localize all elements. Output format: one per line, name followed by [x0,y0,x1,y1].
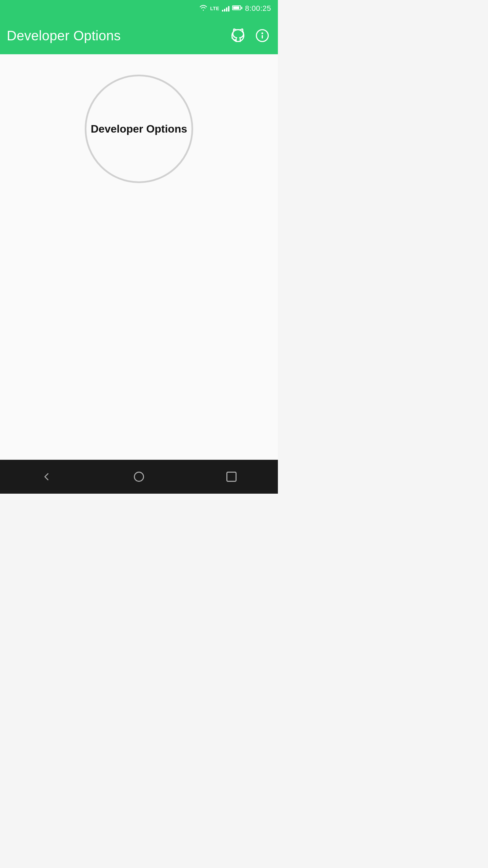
lte-badge: LTE [210,6,219,11]
battery-icon [232,5,242,12]
status-icons: LTE 8:00:25 [199,4,271,13]
app-bar-actions [229,27,271,44]
developer-options-circle: Developer Options [85,75,193,183]
app-bar-title: Developer Options [7,28,121,43]
circle-label: Developer Options [91,122,187,135]
status-bar: LTE 8:00:25 [0,0,278,17]
back-button[interactable] [36,467,57,487]
home-button[interactable] [129,467,149,487]
wifi-icon [199,5,207,12]
status-time: 8:00:25 [245,4,271,13]
github-button[interactable] [229,27,247,44]
svg-point-4 [134,472,143,481]
svg-rect-5 [227,472,236,481]
main-content: Developer Options [0,54,278,460]
app-bar: Developer Options [0,17,278,54]
recents-button[interactable] [221,467,242,487]
signal-icon [222,5,229,12]
info-button[interactable] [253,27,271,44]
bottom-navigation [0,460,278,494]
